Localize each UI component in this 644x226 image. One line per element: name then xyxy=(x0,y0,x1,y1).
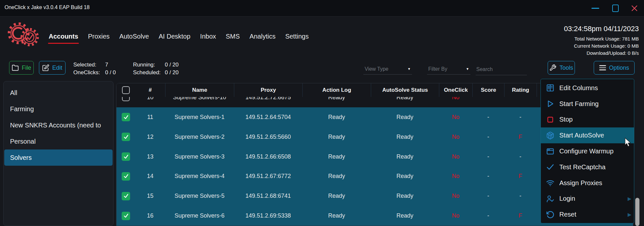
reset-icon xyxy=(546,210,554,219)
cell-num: 11 xyxy=(135,114,165,121)
nav-tab-ai-desktop[interactable]: AI Desktop xyxy=(159,33,190,40)
cell-num: 12 xyxy=(135,134,165,140)
cell-autosolve-status: Ready xyxy=(371,114,439,121)
submenu-arrow-icon: ▶ xyxy=(627,196,631,202)
close-button[interactable] xyxy=(628,0,641,16)
vertical-scrollbar-thumb[interactable] xyxy=(635,198,639,226)
cell-proxy: 149.51.2.67:6772 xyxy=(234,173,302,180)
row-checkbox[interactable] xyxy=(116,172,135,181)
sidebar-item-new-snkrs[interactable]: New SNKRS Accounts (need to xyxy=(4,117,113,133)
sidebar-item-personal[interactable]: Personal xyxy=(4,133,113,149)
cell-oneclick: No xyxy=(439,193,472,199)
cell-autosolve-status: Ready xyxy=(371,134,439,140)
cell-num: 13 xyxy=(135,153,165,160)
checked-checkbox-icon xyxy=(122,172,130,181)
nav-tab-inbox[interactable]: Inbox xyxy=(200,33,216,40)
total-network-usage: Total Network Usage: 781 MB xyxy=(564,35,639,42)
filter-by-dropdown[interactable]: Filter By ▼ xyxy=(427,64,470,75)
cell-score: - xyxy=(472,153,504,160)
nav-tab-sms[interactable]: SMS xyxy=(226,33,240,40)
cell-action-log: Ready xyxy=(302,114,371,121)
col-header-action-log[interactable]: Action Log xyxy=(302,83,371,97)
tools-context-menu: Edit Columns Start Farming Stop Start Au… xyxy=(541,79,634,223)
current-network-usage: Current Network Usage: 0 MB xyxy=(564,42,639,50)
col-header-num[interactable]: # xyxy=(135,83,165,97)
options-button[interactable]: Options xyxy=(594,61,635,75)
main-nav: Accounts Proxies AutoSolve AI Desktop In… xyxy=(49,31,309,42)
groups-sidebar: All Farming New SNKRS Accounts (need to … xyxy=(3,81,114,226)
cell-action-log: Ready xyxy=(302,193,371,199)
file-button[interactable]: File xyxy=(9,61,34,75)
stat-scheduled: Scheduled:0 / 20 xyxy=(133,69,182,76)
chevron-down-icon: ▼ xyxy=(407,67,411,71)
menu-item-test-recaptcha[interactable]: Test ReCaptcha xyxy=(541,159,634,175)
cell-proxy: 149.51.2.68:6741 xyxy=(234,193,302,199)
cell-proxy: 149.51.2.66:6508 xyxy=(234,153,302,160)
cell-num: 15 xyxy=(135,193,165,199)
menu-item-login[interactable]: Login ▶ xyxy=(541,191,634,207)
sidebar-item-farming[interactable]: Farming xyxy=(4,101,113,117)
row-checkbox[interactable] xyxy=(116,152,135,161)
col-header-oneclick[interactable]: OneClick xyxy=(439,83,472,97)
menu-item-edit-columns[interactable]: Edit Columns xyxy=(541,80,634,96)
col-header-autosolve-status[interactable]: AutoSolve Status xyxy=(371,83,439,97)
nav-tab-proxies[interactable]: Proxies xyxy=(88,33,110,40)
stat-running: Running:0 / 20 xyxy=(133,62,182,68)
hamburger-icon xyxy=(599,65,606,70)
cell-autosolve-status: Ready xyxy=(371,193,439,199)
cell-score: - xyxy=(472,212,504,219)
nav-tab-accounts[interactable]: Accounts xyxy=(49,33,78,40)
row-checkbox[interactable] xyxy=(116,133,135,141)
columns-icon xyxy=(546,84,554,92)
col-header-name[interactable]: Name xyxy=(165,83,234,97)
status-info: 03:24:58pm 04/11/2023 Total Network Usag… xyxy=(564,25,639,57)
stat-selected: Selected:7 xyxy=(73,62,122,68)
edit-button[interactable]: Edit xyxy=(39,61,66,75)
app-logo-icon xyxy=(6,18,40,56)
menu-item-start-autosolve[interactable]: Start AutoSolve xyxy=(541,127,634,143)
cell-name: Supreme Solvers-6 xyxy=(165,212,234,219)
menu-item-assign-proxies[interactable]: Assign Proxies xyxy=(541,175,634,191)
app-window: OneClick x Jake v3.0.4 EAP Build 18 Acco… xyxy=(0,0,644,226)
play-icon xyxy=(546,100,554,108)
sidebar-item-all[interactable]: All xyxy=(4,85,113,101)
cell-action-log: Ready xyxy=(302,153,371,160)
cell-num: 14 xyxy=(135,173,165,180)
maximize-button[interactable] xyxy=(609,0,622,16)
col-header-proxy[interactable]: Proxy xyxy=(234,83,302,97)
maximize-icon xyxy=(612,5,619,12)
cell-autosolve-status: Ready xyxy=(371,212,439,219)
browser-window-icon xyxy=(546,147,554,156)
row-checkbox[interactable] xyxy=(116,97,135,101)
window-title: OneClick x Jake v3.0.4 EAP Build 18 xyxy=(5,5,90,10)
col-header-rating[interactable]: Rating xyxy=(504,83,537,97)
wrench-icon xyxy=(549,64,556,71)
nav-tab-autosolve[interactable]: AutoSolve xyxy=(119,33,149,40)
titlebar: OneClick x Jake v3.0.4 EAP Build 18 xyxy=(0,0,644,17)
close-icon xyxy=(631,5,638,12)
menu-item-start-farming[interactable]: Start Farming xyxy=(541,96,634,112)
menu-item-stop[interactable]: Stop xyxy=(541,112,634,128)
cell-name: Supreme Solvers-1 xyxy=(165,114,234,121)
cell-proxy: 149.51.2.69:5338 xyxy=(234,212,302,219)
cell-proxy: 149.51.2.65:5660 xyxy=(234,134,302,140)
menu-item-reset[interactable]: Reset ▶ xyxy=(541,207,634,222)
sidebar-item-solvers[interactable]: Solvers xyxy=(4,149,113,166)
menu-item-configure-warmup[interactable]: Configure Warmup xyxy=(541,143,634,159)
nav-tab-settings[interactable]: Settings xyxy=(285,33,309,40)
checked-checkbox-icon xyxy=(122,152,130,161)
row-checkbox[interactable] xyxy=(116,212,135,220)
cell-oneclick: No xyxy=(439,114,472,121)
view-type-dropdown[interactable]: View Type ▼ xyxy=(363,64,412,75)
search-input[interactable] xyxy=(476,64,527,75)
check-icon xyxy=(546,163,554,172)
row-checkbox[interactable] xyxy=(116,113,135,121)
col-header-score[interactable]: Score xyxy=(472,83,504,97)
wifi-icon xyxy=(546,179,554,187)
select-all-checkbox[interactable] xyxy=(116,83,135,97)
minimize-button[interactable] xyxy=(589,0,602,16)
row-checkbox[interactable] xyxy=(116,192,135,200)
nav-tab-analytics[interactable]: Analytics xyxy=(249,33,275,40)
cell-name: Supreme Solvers-4 xyxy=(165,173,234,180)
tools-button[interactable]: Tools xyxy=(548,61,575,75)
